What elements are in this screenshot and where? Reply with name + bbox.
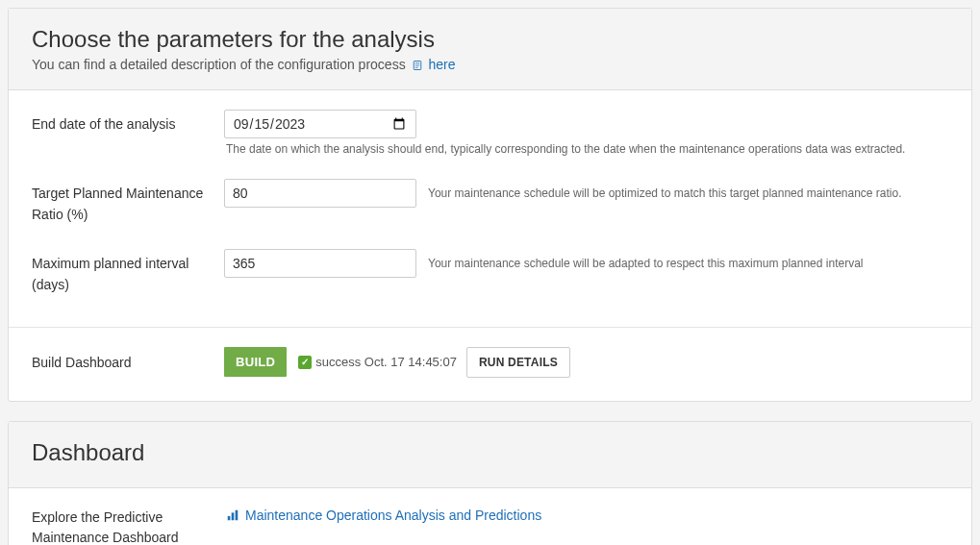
target-ratio-field-wrapper: Your maintenance schedule will be optimi… [224, 179, 948, 208]
chart-icon [226, 508, 239, 522]
build-status-text: success Oct. 17 14:45:07 [315, 355, 457, 369]
svg-rect-5 [232, 512, 235, 520]
success-check-icon [298, 356, 312, 369]
end-date-row: End date of the analysis The date on whi… [32, 110, 948, 156]
end-date-field-wrapper: The date on which the analysis should en… [224, 110, 948, 156]
svg-rect-4 [228, 515, 231, 519]
parameters-panel-header: Choose the parameters for the analysis Y… [9, 9, 971, 90]
end-date-help: The date on which the analysis should en… [226, 142, 948, 156]
dashboard-title: Dashboard [32, 439, 948, 466]
panel-subtitle: You can find a detailed description of t… [32, 57, 948, 72]
end-date-label: End date of the analysis [32, 110, 224, 135]
max-interval-field-wrapper: Your maintenance schedule will be adapte… [224, 249, 948, 278]
dashboard-header: Dashboard [9, 422, 971, 488]
parameters-panel: Choose the parameters for the analysis Y… [8, 8, 972, 402]
target-ratio-help: Your maintenance schedule will be optimi… [428, 186, 902, 200]
target-ratio-input[interactable] [224, 179, 416, 208]
build-section: Build Dashboard BUILD success Oct. 17 14… [9, 327, 971, 401]
subtitle-text: You can find a detailed description of t… [32, 57, 410, 72]
panel-title: Choose the parameters for the analysis [32, 26, 948, 53]
help-link[interactable]: here [428, 57, 455, 72]
build-button[interactable]: BUILD [224, 347, 287, 377]
dashboard-link-text: Maintenance Operations Analysis and Pred… [245, 508, 541, 523]
build-status: success Oct. 17 14:45:07 [298, 355, 457, 369]
run-details-button[interactable]: RUN DETAILS [466, 347, 570, 378]
end-date-input[interactable] [224, 110, 416, 138]
dashboard-body: Explore the Predictive Maintenance Dashb… [9, 488, 971, 545]
parameters-body: End date of the analysis The date on whi… [9, 90, 971, 327]
dashboard-panel: Dashboard Explore the Predictive Mainten… [8, 421, 972, 545]
target-ratio-label: Target Planned Maintenance Ratio (%) [32, 179, 224, 226]
dashboard-link[interactable]: Maintenance Operations Analysis and Pred… [224, 508, 541, 523]
build-label: Build Dashboard [32, 355, 224, 370]
max-interval-label: Maximum planned interval (days) [32, 249, 224, 296]
target-ratio-row: Target Planned Maintenance Ratio (%) You… [32, 179, 948, 226]
explore-label: Explore the Predictive Maintenance Dashb… [32, 508, 224, 545]
svg-rect-6 [236, 509, 239, 520]
max-interval-row: Maximum planned interval (days) Your mai… [32, 249, 948, 296]
max-interval-input[interactable] [224, 249, 416, 278]
doc-icon [412, 60, 423, 71]
max-interval-help: Your maintenance schedule will be adapte… [428, 257, 863, 270]
dashboard-row: Explore the Predictive Maintenance Dashb… [32, 508, 948, 545]
